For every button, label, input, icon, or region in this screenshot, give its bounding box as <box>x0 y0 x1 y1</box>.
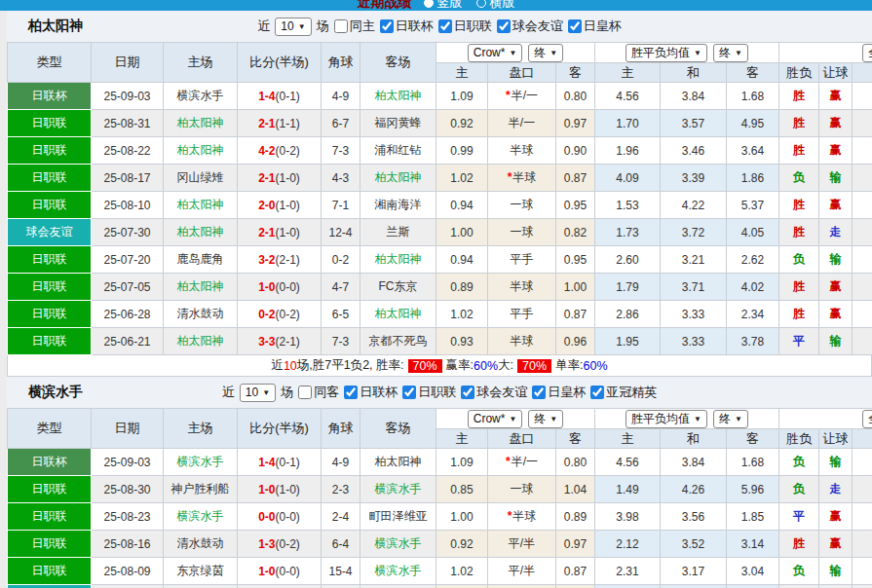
home-team[interactable]: 柏太阳神 <box>177 143 224 157</box>
home-team[interactable]: 柏太阳神 <box>177 116 224 129</box>
home-team[interactable]: 东京绿茵 <box>177 564 224 577</box>
handicap-value: 平/半 <box>509 564 535 577</box>
mean-odds-select[interactable]: 胜平负均值▼ <box>626 44 707 62</box>
column-header-mean_draw: 和 <box>661 429 727 449</box>
layout-radio-horizontal[interactable]: 横版 <box>476 0 515 11</box>
home-team[interactable]: 柏太阳神 <box>177 334 224 348</box>
mean-home-odds: 1.53 <box>595 192 661 219</box>
mean-home-odds <box>595 585 661 588</box>
home-team[interactable]: 清水鼓动 <box>177 307 224 320</box>
league-filter-checkbox[interactable]: 球会友谊 <box>461 384 527 401</box>
home-team[interactable]: 横滨水手 <box>177 509 224 523</box>
league-filter-label: 球会友谊 <box>476 384 527 401</box>
bookmaker-select[interactable]: Crow*▼ <box>468 44 523 62</box>
final-odds-select[interactable]: 终▼ <box>528 410 563 428</box>
games-label: 场 <box>317 18 329 35</box>
league-filter-checkbox-input[interactable] <box>402 386 416 399</box>
same-venue-checkbox-input[interactable] <box>298 386 312 399</box>
home-team[interactable]: 柏太阳神 <box>177 198 224 211</box>
scope-select[interactable]: 全场▼ <box>862 44 872 62</box>
league-filter-checkbox-input[interactable] <box>497 19 511 33</box>
league-filter-checkbox[interactable]: 日联杯 <box>344 384 398 401</box>
result-value: 胜 <box>793 536 805 550</box>
away-team[interactable]: 町田泽维亚 <box>369 509 428 523</box>
summary-text: 60% <box>584 359 608 373</box>
away-team[interactable]: 福冈黄蜂 <box>375 116 422 129</box>
league-filter-checkbox[interactable]: 日联杯 <box>380 18 434 35</box>
column-header-mean_away: 客 <box>727 429 779 449</box>
away-team[interactable]: 柏太阳神 <box>375 252 422 266</box>
score-cell: 1-0(0-0) <box>238 274 322 301</box>
league-filter-checkbox[interactable]: 日皇杯 <box>532 384 586 401</box>
league-filter-label: 日联杯 <box>396 18 434 35</box>
final-odds-select-2[interactable]: 终▼ <box>713 44 748 62</box>
mean-away-odds: 4.05 <box>727 219 779 246</box>
league-filter-checkbox-input[interactable] <box>344 386 358 399</box>
away-team[interactable]: 横滨水手 <box>375 482 422 496</box>
away-team[interactable]: 柏太阳神 <box>375 307 422 320</box>
mean-away-odds: 1.68 <box>727 449 779 476</box>
league-filter-checkbox-input[interactable] <box>532 386 546 399</box>
home-odds: 1.02 <box>436 301 488 328</box>
league-filter-checkbox[interactable]: 球会友谊 <box>497 18 563 35</box>
away-team[interactable]: 柏太阳神 <box>375 455 422 468</box>
odds-changed-star: * <box>508 170 512 184</box>
match-date: 25-08-09 <box>92 558 164 585</box>
same-venue-checkbox[interactable]: 同客 <box>298 384 339 401</box>
mean-draw-odds: 3.56 <box>661 503 727 531</box>
home-team[interactable]: 柏太阳神 <box>177 225 224 239</box>
scope-select[interactable]: 全场▼ <box>862 410 872 428</box>
league-filter-checkbox[interactable]: 日职联 <box>438 18 492 35</box>
match-date <box>92 585 164 588</box>
match-count-select[interactable]: 10▼ <box>240 384 276 402</box>
match-count-select[interactable]: 10▼ <box>275 18 311 36</box>
league-filter-checkbox[interactable]: 亚冠精英 <box>590 384 657 401</box>
away-team[interactable]: 横滨水手 <box>375 564 422 577</box>
league-filter-checkbox[interactable]: 日皇杯 <box>568 18 622 35</box>
away-team[interactable]: FC东京 <box>379 279 418 293</box>
home-team[interactable]: 鹿岛鹿角 <box>177 252 224 266</box>
home-team[interactable]: 清水鼓动 <box>177 536 224 550</box>
same-venue-checkbox[interactable]: 同主 <box>334 18 375 35</box>
scope-group: 全场▼ <box>779 409 872 429</box>
final-odds-select[interactable]: 终▼ <box>528 44 563 62</box>
home-team[interactable]: 冈山绿雉 <box>177 170 224 184</box>
column-header-date: 日期 <box>92 43 164 83</box>
handicap-result-cell: 走 <box>819 219 853 246</box>
mean-draw-odds: 3.39 <box>661 165 727 192</box>
same-venue-checkbox-input[interactable] <box>334 19 348 33</box>
recent-results-title: 近期战绩 <box>358 0 412 11</box>
home-team[interactable]: 横滨水手 <box>177 455 224 468</box>
league-filter-checkbox[interactable]: 日职联 <box>402 384 456 401</box>
away-team[interactable]: 京都不死鸟 <box>369 334 428 348</box>
score-cell: 4-2(0-2) <box>238 137 322 165</box>
matches-table: 类型日期主场比分(半场)角球客场Crow*▼终▼胜平负均值▼终▼全场▼主盘口客主… <box>7 408 872 588</box>
home-team[interactable]: 神户胜利船 <box>171 482 230 496</box>
handicap-value: 平/半 <box>509 536 535 550</box>
home-team[interactable]: 柏太阳神 <box>177 279 224 293</box>
home-team[interactable]: 横滨水手 <box>177 89 224 102</box>
final-odds-select-2[interactable]: 终▼ <box>713 410 748 428</box>
away-team[interactable]: 湘南海洋 <box>375 198 422 211</box>
away-team[interactable]: 横滨水手 <box>375 536 422 550</box>
result-cell: 负 <box>779 165 819 192</box>
bookmaker-select[interactable]: Crow*▼ <box>468 410 523 428</box>
league-filter-checkbox-input[interactable] <box>438 19 452 33</box>
league-filter-checkbox-input[interactable] <box>568 19 582 33</box>
away-team[interactable]: 柏太阳神 <box>375 170 422 184</box>
league-filter-checkbox-input[interactable] <box>380 19 394 33</box>
match-date: 25-08-23 <box>92 503 164 531</box>
away-team[interactable]: 浦和红钻 <box>375 143 422 157</box>
league-filter-checkbox-input[interactable] <box>590 386 604 399</box>
match-date: 25-09-03 <box>92 449 164 476</box>
league-filter-checkbox-input[interactable] <box>461 386 474 399</box>
layout-radio-vertical[interactable]: 竖版 <box>424 0 463 11</box>
match-row: 球会友谊 <box>8 585 872 588</box>
away-team-cell <box>360 585 436 588</box>
away-team[interactable]: 兰斯 <box>387 225 410 239</box>
score-cell: 3-2(2-1) <box>238 246 322 274</box>
near-label: 近 <box>222 384 235 401</box>
mean-odds-select[interactable]: 胜平负均值▼ <box>626 410 707 428</box>
away-team[interactable]: 柏太阳神 <box>375 89 422 102</box>
goals-cell <box>853 110 872 137</box>
